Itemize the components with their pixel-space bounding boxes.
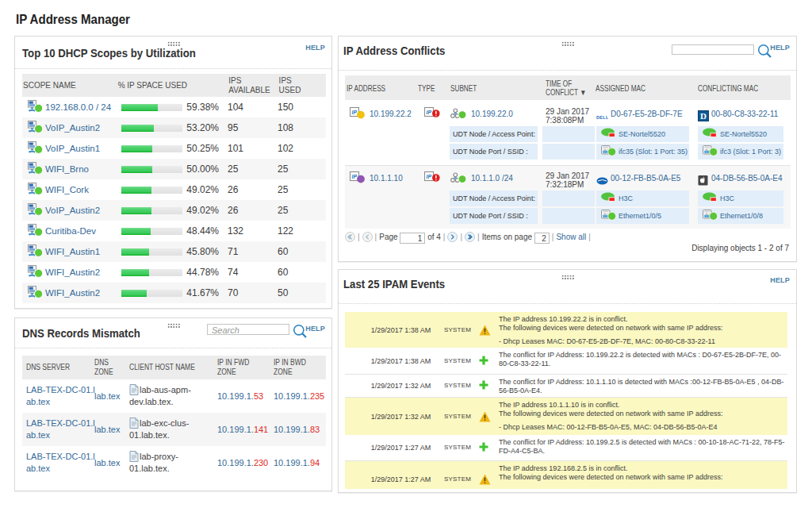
svg-text:IP: IP (352, 110, 358, 115)
svg-text:IP: IP (427, 110, 432, 115)
svg-text:IP: IP (427, 174, 432, 179)
svg-text:DELL: DELL (596, 114, 608, 119)
svg-text:D: D (700, 111, 707, 121)
svg-text:IP: IP (352, 174, 358, 179)
